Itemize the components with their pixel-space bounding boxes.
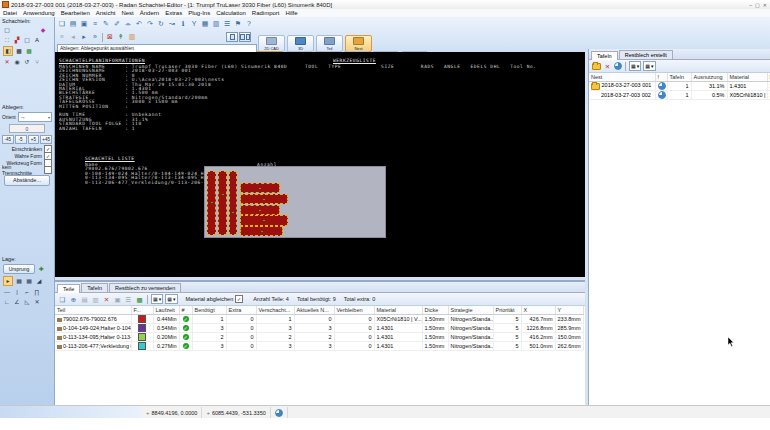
menu-item[interactable]: Datei: [0, 10, 20, 16]
nested-part[interactable]: [218, 171, 227, 235]
recalculate-icon[interactable]: [614, 62, 622, 70]
first-icon[interactable]: «: [57, 32, 67, 42]
toolbar-icon[interactable]: ↻: [156, 19, 166, 29]
column-header[interactable]: Benötigt: [192, 306, 226, 315]
ursprung-button[interactable]: Ursprung: [3, 264, 35, 274]
text-tool-icon[interactable]: A: [33, 36, 41, 44]
last-icon[interactable]: »: [90, 32, 100, 42]
magnet-icon[interactable]: ◆: [39, 26, 47, 34]
menu-item[interactable]: Plug-Ins: [185, 10, 213, 16]
origin-corner-icon[interactable]: ▸: [3, 276, 13, 286]
column-header[interactable]: Teil: [55, 306, 131, 315]
nested-part[interactable]: [240, 205, 280, 215]
menu-item[interactable]: Radimport: [249, 10, 283, 16]
toolbar-icon[interactable]: ▦: [200, 19, 210, 29]
close-icon[interactable]: ✕: [763, 2, 767, 8]
toolbar-icon[interactable]: ?: [244, 19, 254, 29]
menu-item[interactable]: Calculation: [213, 10, 249, 16]
column-header[interactable]: Verbleiben: [334, 306, 374, 315]
column-header[interactable]: Laufzeit: [153, 306, 179, 315]
nested-part[interactable]: [240, 183, 280, 193]
toolbar-icon[interactable]: ☰: [222, 19, 232, 29]
column-header[interactable]: Extra: [226, 306, 256, 315]
workflow-button[interactable]: Teil: [316, 35, 343, 52]
menu-item[interactable]: Extras: [162, 10, 185, 16]
column-header[interactable]: X: [521, 306, 555, 315]
align-gap-icon[interactable]: ∏: [33, 288, 41, 296]
menu-item[interactable]: Ansicht: [93, 10, 119, 16]
material-match-checkbox[interactable]: ✓: [235, 295, 243, 303]
new-part-icon[interactable]: ❏: [58, 295, 67, 304]
parts-table-row[interactable]: 0-104-149-024;Halter 0-104-149-02... 0.5…: [55, 324, 583, 333]
toolbar-icon[interactable]: ℹ: [178, 19, 188, 29]
parts-table-row[interactable]: 79002.676-79002.676 0.44Min ✓ 1 0 1 0 0 …: [55, 315, 583, 324]
menu-item[interactable]: Ändern: [137, 10, 162, 16]
nest-drawing-canvas[interactable]: SCHACHTELPLANINFORMATIONEN MASCHINEN NAM…: [55, 52, 585, 277]
angle-input[interactable]: [9, 124, 45, 133]
place-part-icon[interactable]: ◧: [3, 46, 13, 56]
align-bottom-icon[interactable]: —: [3, 288, 11, 296]
nest-part-icon[interactable]: ▩: [135, 295, 144, 304]
nested-part[interactable]: [240, 226, 283, 236]
properties-icon[interactable]: ☰: [124, 295, 133, 304]
single-part-icon[interactable]: ▢: [23, 36, 31, 44]
filter-dropdown[interactable]: ▦ ▾: [643, 61, 655, 71]
column-header[interactable]: Nest: [589, 73, 655, 82]
column-header[interactable]: Y: [555, 306, 583, 315]
delete-box-icon[interactable]: ⊠: [105, 32, 115, 42]
remove-part-icon[interactable]: ✕: [102, 295, 111, 304]
toolbar-icon[interactable]: ↶: [134, 19, 144, 29]
menu-item[interactable]: Bearbeiten: [58, 10, 93, 16]
delete-part-icon[interactable]: ✕: [3, 58, 11, 66]
layout-vertical-icon[interactable]: [239, 32, 251, 42]
edit-part-icon[interactable]: ▣: [113, 295, 122, 304]
toolbar-icon[interactable]: ↷: [145, 19, 155, 29]
angle-step-button[interactable]: -5: [15, 135, 27, 144]
abstaende-button[interactable]: Abstände...: [4, 175, 50, 186]
toolbar-icon[interactable]: ⚑: [233, 19, 243, 29]
angle-45-icon[interactable]: ∠: [13, 298, 21, 306]
workflow-button[interactable]: 2D CAD: [258, 35, 285, 52]
fill-sheet-icon[interactable]: ▩: [15, 47, 23, 55]
view-part-icon[interactable]: ◉: [13, 58, 21, 66]
next-icon[interactable]: ▸: [79, 32, 89, 42]
column-header[interactable]: Material: [374, 306, 422, 315]
paste-part-icon[interactable]: ▥: [91, 295, 100, 304]
parts-table-row[interactable]: 0-113-206-477;Verkleidung 0-113-2... 0.2…: [55, 342, 583, 351]
column-header[interactable]: Dicke: [422, 306, 448, 315]
copy-part-icon[interactable]: ▤: [80, 295, 89, 304]
grid-position-icon[interactable]: ▦: [15, 277, 23, 285]
delete-nest-icon[interactable]: ✕: [603, 62, 612, 71]
column-header[interactable]: Tafeln: [667, 73, 691, 82]
rotate-part-icon[interactable]: ↺: [23, 58, 31, 66]
workflow-button[interactable]: 3D: [287, 35, 314, 52]
angle-0-icon[interactable]: ∟: [3, 298, 11, 306]
toolbar-icon[interactable]: ▤: [68, 19, 78, 29]
toolbar-icon[interactable]: ✐: [112, 19, 122, 29]
menu-item[interactable]: Anwendung: [20, 10, 58, 16]
auto-nest-icon[interactable]: ▩: [25, 47, 33, 55]
view-mode-dropdown[interactable]: ▦ ▾: [629, 61, 641, 71]
sheet-box-icon[interactable]: ▥: [127, 32, 137, 42]
angle-step-button[interactable]: +5: [28, 135, 40, 144]
angle-tri-icon[interactable]: ◺: [23, 298, 31, 306]
menu-item[interactable]: Hilfe: [283, 10, 301, 16]
column-header[interactable]: Aktuelles N...: [294, 306, 334, 315]
toolbar-icon[interactable]: ✎: [101, 19, 111, 29]
parts-table-row[interactable]: 0-113-134-095;Halter 0-113-134-09... 0.2…: [55, 333, 583, 342]
previous-icon[interactable]: ◂: [68, 32, 78, 42]
column-header[interactable]: Priorität: [493, 306, 521, 315]
layout-horizontal-icon[interactable]: [226, 32, 238, 42]
pair-nest-icon[interactable]: ▞: [13, 36, 21, 44]
split-part-icon[interactable]: ⑂: [33, 58, 41, 66]
array-nest-icon[interactable]: ∷: [3, 36, 11, 44]
add-part-icon[interactable]: ⊕: [69, 295, 78, 304]
toolbar-icon[interactable]: ❏: [57, 19, 67, 29]
nested-part[interactable]: [240, 215, 288, 226]
column-header[interactable]: !: [655, 73, 667, 82]
align-corner-icon[interactable]: ⌐: [23, 288, 31, 296]
nested-part[interactable]: [229, 171, 237, 235]
add-origin-icon[interactable]: ✚: [37, 265, 45, 273]
blank-sheet-icon[interactable]: ▢: [3, 26, 11, 34]
column-header[interactable]: F...: [131, 306, 153, 315]
